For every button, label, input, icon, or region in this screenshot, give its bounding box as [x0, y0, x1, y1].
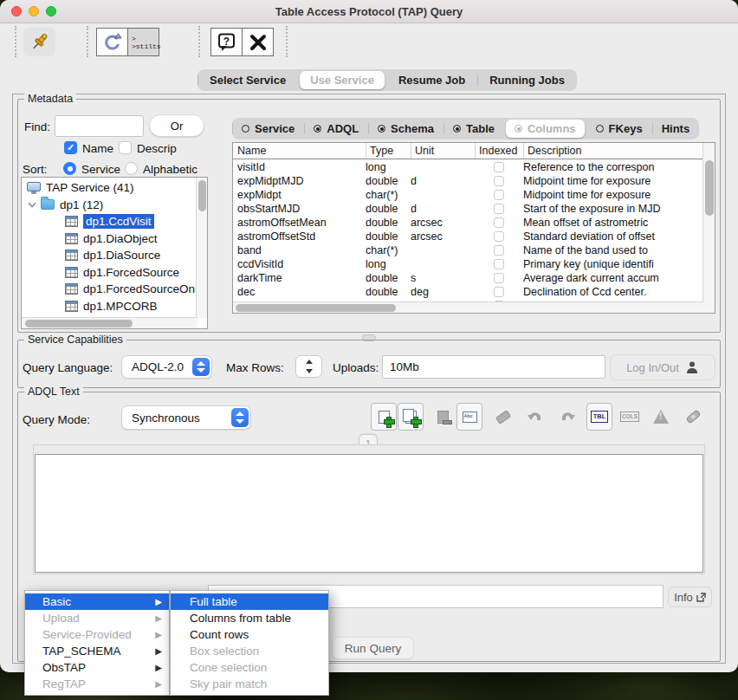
metadata-view-tab[interactable]: Table: [443, 118, 504, 139]
table-row[interactable]: astromOffsetMean double arcsec Mean offs…: [233, 216, 702, 230]
indexed-checkbox[interactable]: [494, 190, 504, 200]
mode-tab[interactable]: Use Service: [300, 71, 385, 89]
menu-item[interactable]: TAP_SCHEMA ▶: [25, 643, 169, 659]
undo-button[interactable]: [522, 403, 548, 431]
metadata-view-tab[interactable]: ADQL: [304, 118, 368, 139]
menu-item[interactable]: ObsTAP ▶: [25, 659, 169, 676]
metadata-view-tab[interactable]: Columns: [506, 120, 585, 138]
scrollbar-thumb[interactable]: [236, 304, 396, 312]
copy-tab-button[interactable]: [398, 403, 424, 431]
indexed-checkbox[interactable]: [494, 204, 504, 214]
adql-text-area[interactable]: [35, 454, 703, 573]
indexed-checkbox[interactable]: [494, 287, 504, 297]
scrollbar-thumb[interactable]: [198, 180, 206, 211]
pin-window-button[interactable]: [23, 28, 55, 56]
metadata-view-tab[interactable]: Hints: [652, 118, 700, 139]
header-indexed[interactable]: Indexed: [475, 143, 523, 159]
tree-item[interactable]: dp1 (12): [22, 197, 196, 214]
table-row[interactable]: expMidpt char(*) Midpoint time for expos…: [233, 188, 702, 202]
metadata-view-tab-label: ADQL: [327, 122, 359, 135]
log-in-out-button[interactable]: Log In/Out: [610, 354, 715, 380]
table-vertical-scrollbar[interactable]: [702, 143, 715, 313]
info-button[interactable]: Info: [668, 587, 712, 607]
tree-item[interactable]: dp1.CcdVisit: [22, 213, 196, 230]
tree-item[interactable]: TAP Service (41): [22, 179, 196, 197]
table-row[interactable]: visitId long Reference to the correspon: [233, 160, 702, 174]
header-type[interactable]: Type: [366, 143, 411, 159]
menu-item[interactable]: Basic ▶: [25, 593, 169, 610]
tree-item[interactable]: dp1.DiaObject: [22, 230, 196, 248]
sort-service-radio[interactable]: [63, 162, 76, 175]
metadata-view-tab-label: Service: [255, 122, 295, 135]
tree-item[interactable]: dp1.ForcedSourceOnD: [22, 281, 196, 298]
tree-item[interactable]: dp1.DiaSource: [22, 247, 196, 264]
table-row[interactable]: band char(*) Name of the band used to: [233, 243, 702, 257]
table-horizontal-scrollbar[interactable]: [233, 301, 703, 313]
indexed-checkbox[interactable]: [494, 245, 504, 256]
name-checkbox[interactable]: ✓: [64, 141, 77, 154]
find-input[interactable]: [55, 115, 144, 137]
add-tab-button[interactable]: [371, 403, 397, 431]
chevron-down-icon[interactable]: [28, 200, 36, 208]
table-row[interactable]: astromOffsetStd double arcsec Standard d…: [233, 230, 702, 243]
max-rows-stepper[interactable]: [295, 355, 322, 378]
remove-tab-button[interactable]: [430, 403, 456, 431]
table-row[interactable]: obsStartMJD double d Start of the exposu…: [233, 202, 702, 216]
submenu-item[interactable]: Full table: [171, 593, 328, 610]
indexed-checkbox[interactable]: [494, 176, 504, 186]
metadata-view-tab[interactable]: Schema: [368, 118, 443, 139]
tree-item[interactable]: dp1.MPCORB: [22, 298, 196, 315]
mode-tab[interactable]: Select Service: [197, 69, 298, 91]
header-name[interactable]: Name: [233, 143, 366, 159]
table-row[interactable]: darkTime double s Average dark current a…: [233, 271, 702, 285]
indexed-checkbox[interactable]: [494, 259, 504, 269]
submenu-item[interactable]: Box selection: [171, 643, 328, 659]
query-language-value: ADQL-2.0: [122, 360, 191, 373]
reload-icon: [102, 32, 123, 53]
metadata-view-tab[interactable]: Service: [232, 118, 304, 139]
table-row[interactable]: ccdVisitId long Primary key (unique iden…: [233, 257, 702, 271]
run-query-button[interactable]: Run Query: [332, 637, 414, 659]
rename-tab-button[interactable]: Abc: [456, 403, 482, 431]
sort-alphabetic-radio[interactable]: [125, 162, 138, 175]
insert-columns-button[interactable]: COLS: [617, 403, 643, 431]
indexed-checkbox[interactable]: [494, 162, 504, 172]
descrip-checkbox[interactable]: [119, 141, 132, 154]
mode-tab[interactable]: Resume Job: [386, 69, 477, 91]
menu-item[interactable]: Service-Provided ▶: [25, 626, 169, 643]
menu-item[interactable]: Upload ▶: [25, 610, 169, 626]
parse-errors-button[interactable]: [648, 403, 674, 431]
submenu-item[interactable]: Sky pair match: [171, 676, 328, 692]
redo-button[interactable]: [554, 403, 580, 431]
mode-tab[interactable]: Running Jobs: [477, 69, 577, 91]
query-mode-select[interactable]: Synchronous: [121, 405, 251, 430]
tree-horizontal-scrollbar[interactable]: [22, 317, 197, 328]
menu-item[interactable]: RegTAP ▶: [25, 676, 169, 692]
reload-button[interactable]: [96, 28, 128, 56]
indexed-checkbox[interactable]: [494, 273, 504, 283]
uploads-field[interactable]: [382, 355, 605, 379]
scrollbar-thumb[interactable]: [25, 320, 133, 327]
tree-vertical-scrollbar[interactable]: [196, 178, 207, 318]
indexed-checkbox[interactable]: [494, 217, 504, 228]
submenu-item[interactable]: Columns from table: [171, 610, 328, 626]
indexed-checkbox[interactable]: [494, 231, 504, 242]
tree-item[interactable]: dp1.ForcedSource: [22, 264, 196, 282]
metadata-view-tab[interactable]: FKeys: [586, 118, 652, 139]
submenu-item[interactable]: Count rows: [171, 626, 328, 643]
scrollbar-thumb[interactable]: [705, 160, 714, 216]
insert-table-name-button[interactable]: TBL: [586, 403, 612, 431]
header-description[interactable]: Description: [523, 143, 702, 159]
fix-text-button[interactable]: [680, 403, 706, 431]
query-language-select[interactable]: ADQL-2.0: [121, 355, 212, 379]
stilts-button[interactable]: > >stilts: [127, 28, 159, 56]
submenu-item[interactable]: Cone selection: [171, 659, 328, 676]
table-row[interactable]: expMidptMJD double d Midpoint time for e…: [233, 174, 702, 188]
close-panel-button[interactable]: [242, 28, 274, 56]
header-unit[interactable]: Unit: [411, 143, 475, 159]
submenu-arrow-icon: ▶: [155, 646, 162, 656]
or-button[interactable]: Or: [149, 114, 204, 137]
table-row[interactable]: dec double deg Declination of Ccd center…: [233, 285, 702, 299]
help-button[interactable]: ?: [210, 28, 243, 56]
clear-text-button[interactable]: [490, 403, 516, 431]
